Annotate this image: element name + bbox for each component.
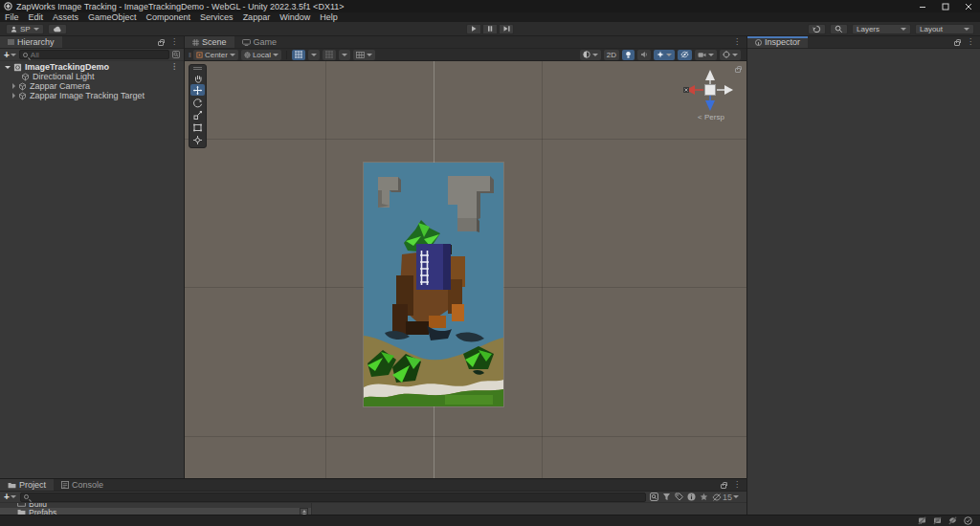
lock-icon[interactable] — [721, 484, 726, 489]
chevron-down-icon — [733, 495, 739, 498]
lock-icon[interactable] — [954, 41, 960, 46]
scene-viewport[interactable]: < Persp — [185, 61, 746, 478]
scene-row[interactable]: ImageTrackingDemo ⋮ — [0, 62, 184, 72]
grid-visual-dropdown[interactable] — [353, 50, 375, 60]
account-button[interactable]: SP — [6, 24, 44, 34]
open-search-window-icon[interactable] — [172, 51, 180, 58]
search-everything-button[interactable] — [830, 24, 848, 34]
collapse-icon[interactable] — [5, 66, 11, 69]
info-icon[interactable] — [687, 493, 696, 501]
panel-menu-icon[interactable]: ⋮ — [168, 38, 180, 46]
hierarchy-item-zappar-camera[interactable]: Zappar Camera — [0, 81, 184, 91]
step-button[interactable] — [499, 24, 514, 34]
menu-window[interactable]: Window — [275, 12, 315, 22]
tab-game[interactable]: Game — [234, 36, 285, 48]
transform-tool-button[interactable] — [190, 134, 205, 145]
history-icon — [813, 25, 821, 33]
layers-dropdown[interactable]: Layers — [852, 24, 911, 34]
search-icon — [23, 53, 28, 57]
tool-handle-position-dropdown[interactable]: Center — [193, 50, 238, 60]
menu-file[interactable]: File — [0, 12, 24, 22]
expand-icon[interactable] — [12, 93, 15, 99]
pause-button[interactable] — [482, 24, 498, 34]
scene-orientation-gizmo[interactable]: < Persp — [683, 65, 739, 121]
project-splitter[interactable] — [311, 503, 312, 515]
snap-increment-dropdown[interactable] — [339, 50, 350, 60]
projection-label[interactable]: < Persp — [683, 113, 739, 121]
gizmo-lock-icon[interactable] — [735, 68, 741, 73]
search-by-label-icon[interactable] — [675, 493, 683, 501]
scene-visibility-toggle[interactable] — [678, 50, 692, 60]
cloud-button[interactable] — [48, 24, 67, 34]
console-warnings-muted-icon[interactable] — [933, 516, 942, 525]
tab-console[interactable]: Console — [54, 479, 111, 491]
hierarchy-search-input[interactable] — [31, 51, 166, 59]
minimize-button[interactable] — [911, 0, 934, 12]
activity-ok-icon[interactable] — [964, 516, 972, 525]
overlay-grip[interactable] — [190, 66, 205, 71]
hidden-packages-toggle[interactable]: 15 — [712, 493, 739, 502]
panel-menu-icon[interactable]: ⋮ — [731, 38, 743, 46]
tab-scene[interactable]: Scene — [185, 36, 234, 48]
menu-gameobject[interactable]: GameObject — [83, 12, 142, 22]
tab-project[interactable]: Project — [0, 479, 54, 491]
rotate-tool-button[interactable] — [190, 97, 205, 108]
move-tool-button[interactable] — [190, 84, 205, 96]
snap-increment-toggle[interactable] — [323, 50, 336, 60]
scale-tool-button[interactable] — [190, 109, 205, 121]
panel-menu-icon[interactable]: ⋮ — [731, 481, 743, 489]
project-search-input[interactable] — [32, 493, 642, 501]
layout-dropdown[interactable]: Layout — [915, 24, 974, 34]
scene-lighting-toggle[interactable] — [622, 50, 635, 60]
tab-hierarchy[interactable]: Hierarchy — [0, 36, 62, 48]
menu-services[interactable]: Services — [195, 12, 238, 22]
toolbar-grip[interactable]: ‖ — [189, 52, 190, 58]
open-search-window-icon[interactable] — [650, 493, 658, 501]
maximize-button[interactable] — [934, 0, 957, 12]
audio-toggle[interactable] — [637, 50, 651, 60]
chevron-down-icon — [33, 28, 39, 31]
scroll-up-icon[interactable] — [302, 510, 306, 513]
tracking-target-icon — [18, 92, 27, 100]
close-button[interactable] — [957, 0, 980, 12]
create-asset-button[interactable]: + — [4, 492, 16, 502]
panel-menu-icon[interactable]: ⋮ — [965, 38, 976, 46]
mode-2d-toggle[interactable]: 2D — [604, 50, 619, 60]
hand-tool-button[interactable] — [190, 72, 205, 83]
favorites-icon[interactable] — [700, 493, 708, 501]
folder-row-prefabs[interactable]: Prefabs — [0, 508, 311, 515]
menu-component[interactable]: Component — [142, 12, 196, 22]
grid-snapping-toggle[interactable] — [292, 50, 305, 60]
menu-assets[interactable]: Assets — [48, 12, 83, 22]
scene-menu-icon[interactable]: ⋮ — [168, 63, 180, 71]
play-button[interactable] — [466, 24, 481, 34]
grid-snapping-dropdown[interactable] — [308, 50, 320, 60]
menu-zappar[interactable]: Zappar — [238, 12, 276, 22]
hierarchy-item-directional-light[interactable]: Directional Light — [0, 72, 184, 81]
lock-icon[interactable] — [158, 41, 164, 46]
tab-inspector[interactable]: Inspector — [747, 36, 808, 48]
image-target-preview[interactable] — [364, 163, 503, 406]
gizmos-icon — [723, 51, 730, 58]
camera-view-dropdown[interactable] — [695, 50, 717, 60]
rect-tool-button[interactable] — [190, 121, 205, 133]
undo-history-button[interactable] — [808, 24, 826, 34]
menu-edit[interactable]: Edit — [24, 12, 49, 22]
hierarchy-search[interactable] — [19, 50, 169, 59]
console-info-muted-icon[interactable] — [948, 516, 957, 525]
grid-line — [542, 61, 543, 478]
hierarchy-item-zappar-image-tracking-target[interactable]: Zappar Image Tracking Target — [0, 91, 184, 100]
gizmos-dropdown[interactable] — [720, 50, 741, 60]
menu-help[interactable]: Help — [315, 12, 343, 22]
tool-handle-rotation-dropdown[interactable]: Local — [241, 50, 281, 60]
create-object-button[interactable]: + — [4, 50, 16, 60]
draw-mode-dropdown[interactable] — [580, 50, 601, 60]
effects-dropdown[interactable] — [654, 50, 675, 60]
folder-scrollbar[interactable] — [300, 508, 308, 515]
console-errors-muted-icon[interactable] — [918, 516, 926, 525]
eye-hidden-icon — [680, 51, 689, 58]
scroll-down-icon[interactable] — [302, 514, 306, 515]
search-by-type-icon[interactable] — [662, 493, 671, 501]
project-search[interactable] — [20, 493, 646, 502]
expand-icon[interactable] — [12, 83, 15, 89]
